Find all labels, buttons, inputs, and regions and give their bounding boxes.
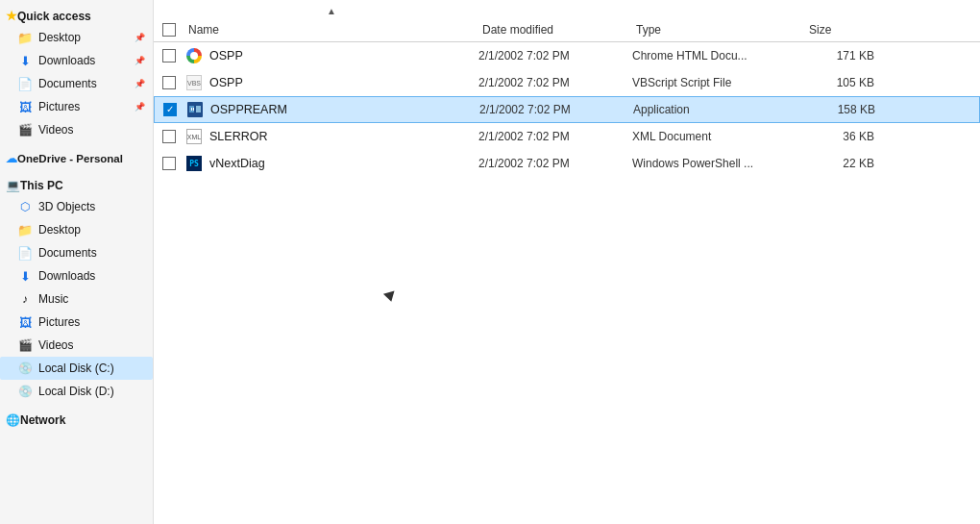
sidebar-item-desktop-qa[interactable]: 📁 Desktop 📌: [0, 26, 153, 49]
network-icon: 🌐: [6, 413, 20, 427]
sidebar-item-documents-qa[interactable]: 📄 Documents 📌: [0, 72, 153, 95]
pin-icon: 📌: [135, 102, 145, 112]
sidebar-item-local-disk-c[interactable]: 💿 Local Disk (C:): [0, 357, 153, 380]
file-checkbox[interactable]: [162, 49, 176, 62]
sidebar-item-label: Music: [38, 292, 68, 306]
mouse-cursor: [383, 291, 397, 304]
sidebar-item-music-pc[interactable]: ♪ Music: [0, 287, 153, 311]
onedrive-icon: ☁: [6, 152, 17, 165]
svg-rect-3: [191, 108, 192, 111]
file-size: 171 KB: [805, 49, 882, 62]
sidebar-item-videos-pc[interactable]: 🎬 Videos: [0, 334, 153, 357]
file-type: Application: [633, 103, 806, 116]
file-checkbox[interactable]: [163, 103, 177, 116]
sidebar-item-label: Documents: [38, 77, 97, 90]
file-checkbox[interactable]: [162, 76, 176, 89]
column-headers: Name Date modified Type Size: [154, 17, 980, 42]
sidebar-item-pictures-qa[interactable]: 🖼 Pictures 📌: [0, 95, 153, 118]
sidebar-section-network[interactable]: 🌐 Network: [0, 409, 153, 430]
file-name: OSPP: [209, 49, 478, 62]
sidebar-item-label: Downloads: [38, 54, 95, 67]
header-name[interactable]: Name: [184, 23, 482, 37]
header-size[interactable]: Size: [809, 23, 886, 37]
sidebar-item-label: Local Disk (D:): [38, 385, 114, 398]
sidebar-item-downloads-qa[interactable]: ⬇ Downloads 📌: [0, 49, 153, 72]
svg-rect-2: [196, 106, 201, 112]
file-icon-vbs: VBS: [184, 73, 204, 92]
sidebar-item-label: 3D Objects: [38, 200, 95, 213]
file-icon-xml: XML: [184, 127, 204, 146]
sidebar-item-downloads-pc[interactable]: ⬇ Downloads: [0, 264, 153, 287]
row-checkbox-area[interactable]: [154, 157, 184, 170]
sort-arrow-row: ▲: [154, 0, 980, 17]
sidebar-item-pictures-pc[interactable]: 🖼 Pictures: [0, 311, 153, 334]
file-name: SLERROR: [209, 130, 478, 143]
row-checkbox-area[interactable]: [154, 130, 184, 143]
documents-icon: 📄: [17, 245, 33, 261]
file-name: vNextDiag: [209, 157, 478, 170]
table-row[interactable]: OSPPREARM 2/1/2002 7:02 PM Application 1…: [154, 96, 980, 123]
row-checkbox-area[interactable]: [154, 76, 184, 89]
sidebar-item-label: Desktop: [38, 31, 81, 44]
file-icon-chrome: [184, 46, 204, 65]
thispc-label: This PC: [20, 179, 63, 192]
file-icon-exe: [185, 100, 205, 119]
header-checkbox-area: [154, 23, 184, 37]
folder-icon: 📁: [17, 222, 33, 237]
sidebar-item-desktop-pc[interactable]: 📁 Desktop: [0, 218, 153, 241]
sidebar-item-videos-qa[interactable]: 🎬 Videos: [0, 118, 153, 141]
file-date: 2/1/2002 7:02 PM: [478, 76, 632, 89]
row-checkbox-area[interactable]: [154, 49, 184, 62]
sidebar-item-label: Documents: [38, 246, 97, 260]
downloads-icon: ⬇: [17, 53, 33, 68]
sidebar-section-quick-access[interactable]: ★ Quick access: [0, 4, 153, 26]
sidebar-item-label: Videos: [38, 338, 73, 352]
file-date: 2/1/2002 7:02 PM: [478, 130, 632, 143]
file-type: Chrome HTML Docu...: [632, 49, 805, 62]
pin-icon: 📌: [135, 56, 145, 65]
file-size: 158 KB: [806, 103, 883, 116]
sidebar-item-documents-pc[interactable]: 📄 Documents: [0, 241, 153, 264]
thispc-icon: 💻: [6, 179, 20, 192]
file-date: 2/1/2002 7:02 PM: [478, 157, 632, 170]
table-row[interactable]: OSPP 2/1/2002 7:02 PM Chrome HTML Docu..…: [154, 42, 980, 69]
sidebar-item-3d-objects[interactable]: ⬡ 3D Objects: [0, 195, 153, 218]
table-row[interactable]: VBS OSPP 2/1/2002 7:02 PM VBScript Scrip…: [154, 69, 980, 96]
file-size: 36 KB: [805, 130, 882, 143]
file-checkbox[interactable]: [162, 157, 176, 170]
sidebar-section-onedrive[interactable]: ☁ OneDrive - Personal: [0, 147, 153, 168]
main-panel: ▲ Name Date modified Type Size OSPP 2/1/…: [154, 0, 980, 524]
sidebar-item-label: Desktop: [38, 223, 81, 237]
videos-icon: 🎬: [17, 337, 33, 353]
pictures-icon: 🖼: [17, 314, 33, 330]
documents-icon: 📄: [17, 76, 33, 91]
file-type: XML Document: [632, 130, 805, 143]
svg-rect-4: [193, 108, 194, 111]
sidebar-item-label: Videos: [38, 123, 73, 137]
file-date: 2/1/2002 7:02 PM: [478, 49, 632, 62]
disk-icon: 💿: [17, 361, 33, 376]
sidebar-section-thispc[interactable]: 💻 This PC: [0, 174, 153, 195]
row-checkbox-area[interactable]: [155, 103, 185, 116]
pictures-icon: 🖼: [17, 99, 33, 114]
table-row[interactable]: XML SLERROR 2/1/2002 7:02 PM XML Documen…: [154, 123, 980, 150]
downloads-icon: ⬇: [17, 268, 33, 284]
sidebar-item-label: Local Disk (C:): [38, 362, 114, 375]
file-checkbox[interactable]: [162, 130, 176, 143]
file-size: 105 KB: [805, 76, 882, 89]
network-label: Network: [20, 413, 65, 427]
header-date-modified[interactable]: Date modified: [482, 23, 636, 37]
3d-icon: ⬡: [17, 199, 33, 214]
pin-icon: 📌: [135, 33, 145, 42]
header-type[interactable]: Type: [636, 23, 809, 37]
sidebar-item-label: Downloads: [38, 269, 95, 283]
sidebar-item-label: Pictures: [38, 315, 80, 329]
sort-arrow-icon: ▲: [327, 6, 336, 16]
quick-access-label: Quick access: [17, 10, 91, 23]
sidebar-item-label: Pictures: [38, 100, 80, 113]
table-row[interactable]: PS vNextDiag 2/1/2002 7:02 PM Windows Po…: [154, 150, 980, 177]
sidebar-item-local-disk-d[interactable]: 💿 Local Disk (D:): [0, 380, 153, 403]
file-list: OSPP 2/1/2002 7:02 PM Chrome HTML Docu..…: [154, 42, 980, 524]
pin-icon: 📌: [135, 79, 145, 88]
select-all-checkbox[interactable]: [162, 23, 176, 37]
